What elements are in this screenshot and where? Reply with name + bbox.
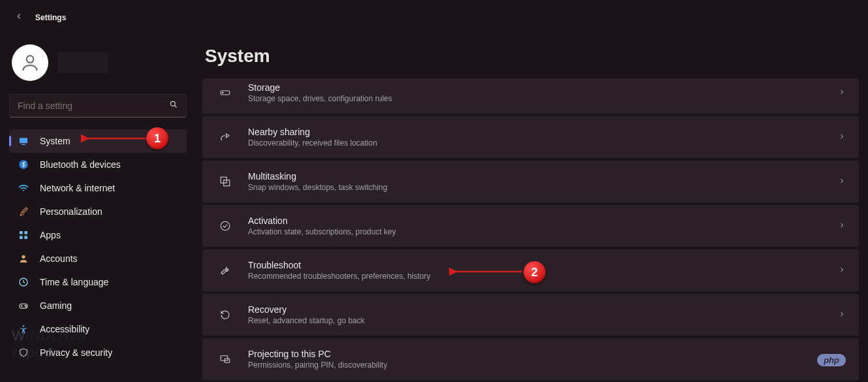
main-panel: System StorageStorage space, drives, con… bbox=[196, 35, 868, 382]
sidebar-item-bluetooth-devices[interactable]: Bluetooth & devices bbox=[9, 153, 187, 176]
chevron-right-icon bbox=[838, 220, 846, 232]
setting-title: Projecting to this PC bbox=[248, 349, 838, 359]
sidebar-item-label: System bbox=[40, 136, 70, 146]
svg-rect-20 bbox=[221, 356, 228, 361]
svg-rect-5 bbox=[20, 231, 23, 234]
setting-title: Nearby sharing bbox=[248, 127, 838, 137]
sidebar-item-time-language[interactable]: Time & language bbox=[9, 270, 187, 294]
chevron-right-icon bbox=[838, 264, 846, 276]
user-name-redacted bbox=[57, 52, 108, 73]
setting-nearby-sharing[interactable]: Nearby sharingDiscoverability, received … bbox=[202, 116, 859, 158]
setting-multitasking[interactable]: MultitaskingSnap windows, desktops, task… bbox=[202, 161, 859, 202]
accessibility-icon bbox=[18, 324, 29, 334]
annotation-arrow-2 bbox=[449, 264, 527, 283]
nav-list: SystemBluetooth & devicesNetwork & inter… bbox=[9, 129, 187, 364]
setting-description: Storage space, drives, configuration rul… bbox=[248, 94, 838, 103]
svg-rect-2 bbox=[20, 138, 27, 143]
app-title: Settings bbox=[35, 13, 66, 22]
wrench-icon bbox=[215, 264, 235, 276]
svg-point-4 bbox=[19, 160, 27, 168]
settings-list: StorageStorage space, drives, configurat… bbox=[202, 78, 859, 380]
setting-projecting-to-this-pc[interactable]: Projecting to this PCPermissions, pairin… bbox=[202, 338, 859, 380]
sidebar-item-gaming[interactable]: Gaming bbox=[9, 294, 187, 317]
setting-description: Activation state, subscriptions, product… bbox=[248, 227, 838, 236]
setting-description: Permissions, pairing PIN, discoverabilit… bbox=[248, 360, 838, 370]
setting-description: Snap windows, desktops, task switching bbox=[248, 183, 838, 192]
setting-title: Recovery bbox=[248, 304, 838, 315]
svg-point-14 bbox=[23, 325, 25, 327]
sidebar-item-label: Accessibility bbox=[40, 324, 89, 334]
sidebar-item-label: Personalization bbox=[40, 206, 102, 217]
page-title: System bbox=[205, 46, 859, 67]
sidebar-item-label: Gaming bbox=[40, 300, 72, 311]
svg-rect-6 bbox=[24, 231, 27, 234]
back-icon[interactable] bbox=[14, 12, 23, 24]
sidebar-item-privacy-security[interactable]: Privacy & security bbox=[9, 341, 187, 364]
setting-activation[interactable]: ActivationActivation state, subscription… bbox=[202, 205, 859, 247]
sidebar-item-personalization[interactable]: Personalization bbox=[9, 200, 187, 223]
share-icon bbox=[215, 131, 235, 143]
sidebar-item-label: Network & internet bbox=[40, 183, 115, 193]
setting-title: Storage bbox=[248, 82, 838, 93]
svg-point-13 bbox=[25, 306, 26, 307]
setting-description: Reset, advanced startup, go back bbox=[248, 316, 838, 325]
svg-point-1 bbox=[170, 101, 175, 106]
setting-storage[interactable]: StorageStorage space, drives, configurat… bbox=[202, 78, 859, 114]
search-input[interactable] bbox=[18, 101, 169, 111]
chevron-right-icon bbox=[838, 87, 846, 99]
user-profile[interactable] bbox=[9, 40, 187, 91]
search-icon bbox=[169, 100, 178, 112]
annotation-arrow-1 bbox=[81, 131, 153, 150]
svg-point-0 bbox=[27, 56, 34, 63]
storage-icon bbox=[215, 87, 235, 99]
setting-title: Activation bbox=[248, 215, 838, 226]
gamepad-icon bbox=[18, 300, 29, 311]
project-icon bbox=[215, 353, 235, 365]
chevron-right-icon bbox=[838, 353, 846, 365]
setting-recovery[interactable]: RecoveryReset, advanced startup, go back bbox=[202, 294, 859, 336]
person-icon bbox=[18, 253, 29, 264]
svg-point-9 bbox=[22, 255, 25, 259]
annotation-marker-2: 2 bbox=[523, 261, 546, 283]
sidebar: SystemBluetooth & devicesNetwork & inter… bbox=[0, 35, 196, 382]
sidebar-item-label: Apps bbox=[40, 230, 61, 240]
apps-icon bbox=[18, 230, 29, 240]
check-icon bbox=[215, 220, 235, 232]
sidebar-item-apps[interactable]: Apps bbox=[9, 223, 187, 247]
system-icon bbox=[18, 136, 29, 146]
sidebar-item-network-internet[interactable]: Network & internet bbox=[9, 176, 187, 200]
sidebar-item-accessibility[interactable]: Accessibility bbox=[9, 317, 187, 341]
search-box[interactable] bbox=[9, 94, 187, 118]
sidebar-item-accounts[interactable]: Accounts bbox=[9, 247, 187, 270]
svg-rect-8 bbox=[24, 236, 27, 239]
svg-point-16 bbox=[223, 92, 224, 93]
setting-description: Discoverability, received files location bbox=[248, 138, 838, 148]
svg-rect-3 bbox=[22, 144, 25, 145]
chevron-right-icon bbox=[838, 309, 846, 321]
bluetooth-icon bbox=[18, 159, 29, 170]
sidebar-item-label: Privacy & security bbox=[40, 347, 112, 358]
brush-icon bbox=[18, 206, 29, 217]
svg-point-19 bbox=[221, 221, 230, 231]
multitask-icon bbox=[215, 176, 235, 187]
clock-icon bbox=[18, 277, 29, 287]
annotation-marker-1: 1 bbox=[146, 127, 168, 150]
sidebar-item-label: Accounts bbox=[40, 253, 78, 264]
recovery-icon bbox=[215, 309, 235, 321]
svg-rect-7 bbox=[20, 236, 23, 239]
sidebar-item-label: Bluetooth & devices bbox=[40, 159, 121, 170]
chevron-right-icon bbox=[838, 176, 846, 187]
setting-title: Multitasking bbox=[248, 171, 838, 182]
shield-icon bbox=[18, 347, 29, 358]
sidebar-item-label: Time & language bbox=[40, 277, 108, 287]
avatar-icon bbox=[12, 44, 48, 81]
wifi-icon bbox=[18, 183, 29, 193]
chevron-right-icon bbox=[838, 131, 846, 143]
